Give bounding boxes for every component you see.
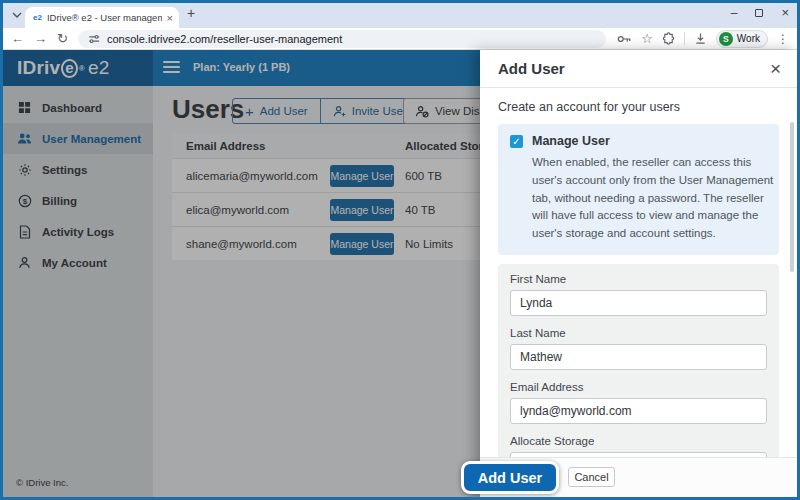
- manage-user-section: ✓ Manage User When enabled, the reseller…: [498, 124, 779, 255]
- browser-profile-chip[interactable]: S Work: [716, 30, 768, 48]
- tab-search-button[interactable]: [9, 7, 25, 23]
- panel-scrollbar[interactable]: [790, 122, 794, 272]
- minimize-button[interactable]: –: [731, 6, 738, 20]
- avatar: S: [719, 32, 733, 46]
- address-bar[interactable]: console.idrivee2.com/reseller-user-manag…: [78, 30, 606, 48]
- manage-user-check-row: ✓ Manage User: [510, 134, 767, 148]
- browser-menu-icon[interactable]: ⋮: [777, 32, 789, 46]
- password-key-icon[interactable]: [617, 33, 632, 45]
- close-icon[interactable]: ×: [770, 59, 781, 78]
- url-text: console.idrivee2.com/reseller-user-manag…: [107, 33, 342, 45]
- reload-button[interactable]: ↻: [57, 32, 68, 45]
- extensions-icon[interactable]: [662, 32, 675, 45]
- toolbar-divider: [684, 32, 685, 45]
- add-user-panel: Add User × Create an account for your us…: [480, 50, 797, 497]
- submit-add-user-button[interactable]: Add User: [461, 461, 559, 494]
- window-close-button[interactable]: ×: [781, 5, 789, 20]
- chevron-down-icon: [12, 12, 22, 18]
- tab-strip: e2 IDrive® e2 - User management × + – ×: [3, 3, 797, 28]
- browser-chrome: e2 IDrive® e2 - User management × + – × …: [3, 3, 797, 50]
- first-name-group: First Name: [510, 273, 767, 316]
- profile-name: Work: [737, 33, 760, 44]
- back-button[interactable]: ←: [11, 32, 24, 45]
- email-field[interactable]: [510, 398, 767, 424]
- forward-button[interactable]: →: [34, 32, 47, 45]
- download-icon[interactable]: [694, 32, 707, 45]
- first-name-label: First Name: [510, 273, 767, 285]
- panel-footer-actions: Add User Cancel: [480, 457, 797, 497]
- last-name-label: Last Name: [510, 327, 767, 339]
- panel-body: Create an account for your users ✓ Manag…: [480, 100, 797, 492]
- manage-user-description: When enabled, the reseller can access th…: [532, 154, 780, 243]
- toolbar-actions: ☆ S Work ⋮: [617, 30, 789, 48]
- panel-subtitle: Create an account for your users: [498, 100, 779, 114]
- email-group: Email Address: [510, 381, 767, 424]
- first-name-field[interactable]: [510, 290, 767, 316]
- site-favicon: e2: [33, 13, 42, 22]
- app-page: IDrive®e2 Plan: Yearly (1 PB) Dashboard …: [3, 50, 797, 497]
- tab-close-icon[interactable]: ×: [167, 12, 173, 24]
- last-name-group: Last Name: [510, 327, 767, 370]
- browser-toolbar: ← → ↻ console.idrivee2.com/reseller-user…: [3, 28, 797, 50]
- new-tab-button[interactable]: +: [187, 5, 195, 21]
- email-label: Email Address: [510, 381, 767, 393]
- browser-tab[interactable]: e2 IDrive® e2 - User management ×: [25, 7, 179, 28]
- bookmark-star-icon[interactable]: ☆: [641, 32, 653, 45]
- manage-user-checkbox[interactable]: ✓: [510, 135, 523, 148]
- browser-window: e2 IDrive® e2 - User management × + – × …: [0, 0, 800, 500]
- maximize-button[interactable]: [755, 9, 763, 17]
- site-settings-icon: [88, 33, 100, 45]
- allocate-storage-label: Allocate Storage: [510, 435, 767, 447]
- manage-user-label: Manage User: [532, 134, 610, 148]
- cancel-button[interactable]: Cancel: [568, 467, 615, 487]
- tab-title: IDrive® e2 - User management: [47, 12, 162, 23]
- last-name-field[interactable]: [510, 344, 767, 370]
- window-controls: – ×: [731, 5, 789, 20]
- panel-header: Add User ×: [480, 50, 797, 88]
- panel-title: Add User: [498, 60, 565, 77]
